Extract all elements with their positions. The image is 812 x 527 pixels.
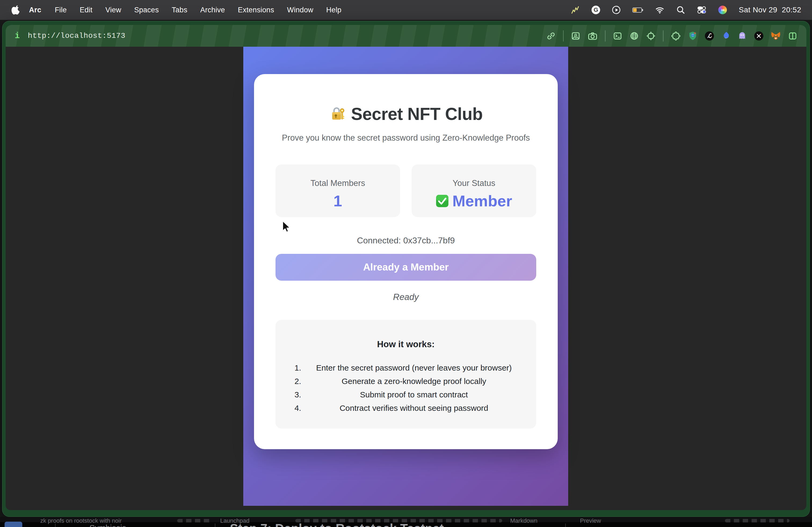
- page-title: Secret NFT Club: [254, 104, 558, 124]
- pane-divider: [565, 524, 566, 527]
- arc-browser-window: i http://localhost:5173 ℒ: [2, 21, 810, 517]
- total-members-label: Total Members: [276, 178, 400, 188]
- media-image-icon[interactable]: [571, 31, 580, 41]
- metamask-icon[interactable]: [771, 31, 781, 41]
- background-fragment-markdown: Markdown: [510, 517, 537, 524]
- menu-bar: Arc File Edit View Spaces Tabs Archive E…: [0, 0, 812, 20]
- member-text: Member: [452, 192, 512, 210]
- control-center-icon[interactable]: [697, 6, 707, 14]
- step-2: Generate a zero-knowledge proof locally: [303, 375, 524, 388]
- connected-address: Connected: 0x37cb...7bf9: [254, 236, 558, 245]
- secret-nft-club-card: Secret NFT Club Prove you know the secre…: [254, 74, 558, 449]
- site-info-icon[interactable]: i: [15, 31, 20, 41]
- status-text: Ready: [254, 292, 558, 302]
- menu-window[interactable]: Window: [280, 6, 320, 14]
- menu-tabs[interactable]: Tabs: [165, 6, 193, 14]
- background-fragment-preview: Preview: [580, 517, 601, 524]
- adguard-shield-icon[interactable]: [688, 31, 697, 41]
- toolbar-divider: [563, 30, 564, 42]
- status-icons: G ∞ Sat Nov 29 20:52: [570, 6, 804, 14]
- page-title-text: Secret NFT Club: [351, 104, 482, 124]
- menu-help[interactable]: Help: [320, 6, 348, 14]
- terminal-icon[interactable]: [613, 31, 622, 41]
- grammarly-icon[interactable]: G: [592, 6, 600, 14]
- already-member-button[interactable]: Already a Member: [276, 254, 536, 281]
- menu-arc[interactable]: Arc: [22, 6, 48, 14]
- toolbar-divider: [663, 30, 664, 42]
- menu-file[interactable]: File: [48, 6, 73, 14]
- step-1: Enter the secret password (never leaves …: [303, 361, 524, 375]
- spotlight-search-icon[interactable]: [677, 6, 685, 14]
- battery-nub: [642, 9, 643, 11]
- extensions-puzzle-icon[interactable]: [671, 31, 681, 41]
- menu-view[interactable]: View: [99, 6, 128, 14]
- battery-level: [633, 8, 637, 12]
- battery-icon[interactable]: [632, 7, 643, 13]
- target-icon[interactable]: [646, 31, 655, 41]
- ghostery-icon[interactable]: [738, 31, 747, 41]
- script-l-glyph: ℒ: [707, 32, 712, 40]
- browser-toolbar: i http://localhost:5173 ℒ: [6, 25, 806, 47]
- your-status-box: Your Status Member: [412, 165, 536, 217]
- background-window-tab[interactable]: [4, 522, 22, 527]
- link-icon[interactable]: [547, 31, 555, 41]
- how-it-works-box: How it works: Enter the secret password …: [276, 320, 536, 428]
- check-mark-icon: [436, 195, 449, 207]
- menu-extensions[interactable]: Extensions: [231, 6, 280, 14]
- locked-with-key-icon: [329, 106, 346, 122]
- pane-divider: [215, 524, 215, 527]
- address-url[interactable]: http://localhost:5173: [28, 32, 126, 40]
- your-status-value: Member: [412, 192, 536, 210]
- background-note-heading: Step 7: Deploy to Rootstock Testnet: [230, 521, 444, 527]
- step-3: Submit proof to smart contract: [303, 388, 524, 402]
- page-subtitle: Prove you know the secret password using…: [254, 133, 558, 143]
- wifi-icon[interactable]: [655, 6, 665, 14]
- toolbar-divider: [605, 30, 606, 42]
- mouse-cursor: [282, 221, 292, 235]
- step-4: Contract verifies without seeing passwor…: [303, 402, 524, 415]
- x-extension-icon[interactable]: [754, 31, 764, 41]
- total-members-value: 1: [276, 192, 400, 210]
- illegible-toolbar-fragment: [177, 519, 212, 523]
- menu-clock[interactable]: Sat Nov 29 20:52: [739, 6, 801, 14]
- illegible-icons-fragment: [725, 519, 789, 523]
- globe-icon[interactable]: [630, 31, 639, 41]
- menu-archive[interactable]: Archive: [194, 6, 231, 14]
- stats-row: Total Members 1 Your Status Member: [276, 165, 536, 217]
- app-menus: Arc File Edit View Spaces Tabs Archive E…: [22, 6, 348, 14]
- menu-edit[interactable]: Edit: [73, 6, 99, 14]
- apple-logo-icon[interactable]: [11, 4, 20, 15]
- browser-viewport: Secret NFT Club Prove you know the secre…: [6, 47, 806, 510]
- background-window-strip[interactable]: zk proofs on rootstock with noir Launchp…: [0, 517, 812, 527]
- background-vault-name: Symbiosis: [89, 523, 126, 527]
- split-view-icon[interactable]: [788, 31, 797, 41]
- blue-drop-extension-icon[interactable]: [722, 31, 730, 41]
- script-l-extension-icon[interactable]: ℒ: [705, 31, 714, 41]
- play-circle-icon[interactable]: [612, 6, 621, 14]
- webpage-background: Secret NFT Club Prove you know the secre…: [243, 47, 568, 506]
- camera-icon[interactable]: [588, 31, 597, 41]
- menu-spaces[interactable]: Spaces: [128, 6, 165, 14]
- how-it-works-title: How it works:: [276, 320, 536, 349]
- total-members-box: Total Members 1: [276, 165, 400, 217]
- loop-ring-icon[interactable]: ∞: [718, 6, 727, 14]
- how-it-works-steps: Enter the secret password (never leaves …: [276, 361, 536, 415]
- pane-divider: [55, 524, 56, 527]
- activity-chart-icon[interactable]: [570, 6, 580, 14]
- toolbar-actions: ℒ: [547, 30, 797, 42]
- your-status-label: Your Status: [412, 178, 536, 188]
